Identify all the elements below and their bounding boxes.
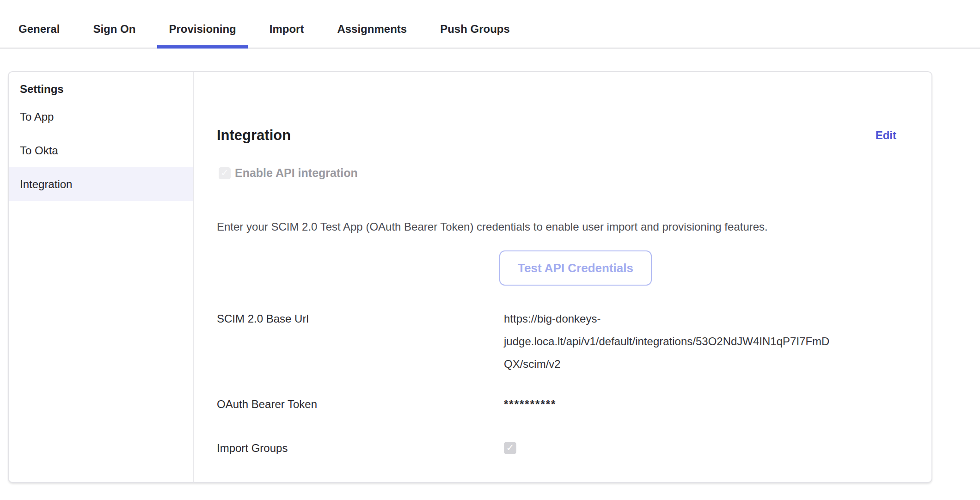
edit-link[interactable]: Edit xyxy=(876,128,896,142)
tab-sign-on[interactable]: Sign On xyxy=(81,22,147,48)
oauth-bearer-token-label: OAuth Bearer Token xyxy=(217,393,504,415)
import-groups-row: Import Groups ✓ xyxy=(217,437,896,459)
scim-base-url-label: SCIM 2.0 Base Url xyxy=(217,307,504,330)
scim-url-line-3: QX/scim/v2 xyxy=(504,353,896,375)
tab-general[interactable]: General xyxy=(7,22,71,48)
provisioning-panel: Settings To App To Okta Integration Inte… xyxy=(8,71,932,483)
oauth-bearer-token-row: OAuth Bearer Token ********** xyxy=(217,393,896,415)
import-groups-label: Import Groups xyxy=(217,437,504,459)
scim-url-line-2: judge.loca.lt/api/v1/default/integration… xyxy=(504,330,896,353)
oauth-bearer-token-value: ********** xyxy=(504,393,896,415)
tab-assignments[interactable]: Assignments xyxy=(325,22,418,48)
enable-api-label: Enable API integration xyxy=(235,166,358,180)
sidebar-item-to-okta[interactable]: To Okta xyxy=(9,134,193,167)
tab-provisioning[interactable]: Provisioning xyxy=(157,22,247,48)
test-api-credentials-button[interactable]: Test API Credentials xyxy=(499,250,652,286)
check-icon: ✓ xyxy=(506,443,514,452)
enable-api-checkbox: ✓ xyxy=(219,167,231,179)
sidebar-item-to-app[interactable]: To App xyxy=(9,100,193,134)
enable-api-row: ✓ Enable API integration xyxy=(217,166,896,180)
sidebar-item-integration[interactable]: Integration xyxy=(9,167,193,201)
tab-push-groups[interactable]: Push Groups xyxy=(429,22,521,48)
tab-bar: General Sign On Provisioning Import Assi… xyxy=(0,0,980,49)
check-icon: ✓ xyxy=(220,168,229,177)
import-groups-value: ✓ xyxy=(504,437,896,459)
page-title: Integration xyxy=(217,126,291,145)
integration-content: Integration Edit ✓ Enable API integratio… xyxy=(194,72,931,482)
import-groups-checkbox: ✓ xyxy=(504,442,516,454)
sidebar-items: To App To Okta Integration xyxy=(9,100,193,201)
scim-base-url-value: https://big-donkeys- judge.loca.lt/api/v… xyxy=(504,307,896,375)
sidebar-header: Settings xyxy=(9,82,193,96)
scim-url-line-1: https://big-donkeys- xyxy=(504,307,896,330)
credentials-description: Enter your SCIM 2.0 Test App (OAuth Bear… xyxy=(217,220,896,234)
scim-base-url-row: SCIM 2.0 Base Url https://big-donkeys- j… xyxy=(217,307,896,375)
content-header: Integration Edit xyxy=(217,126,896,145)
settings-sidebar: Settings To App To Okta Integration xyxy=(9,72,194,482)
tab-import[interactable]: Import xyxy=(258,22,316,48)
